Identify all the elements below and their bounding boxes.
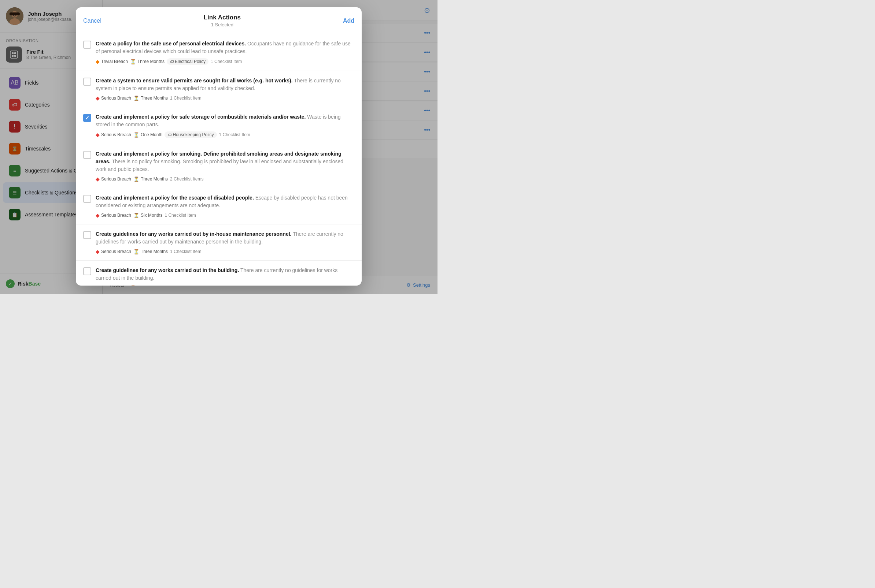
modal-header: Cancel Link Actions 1 Selected Add — [76, 8, 362, 34]
action-meta: ◆ Trivial Breach ⏳ Three Months 🏷 Electr… — [96, 58, 354, 65]
cancel-button[interactable]: Cancel — [83, 18, 102, 24]
severity-label: Trivial Breach — [101, 59, 128, 64]
timescale-badge: ⏳ Three Months — [130, 59, 164, 64]
tag-badge: 🏷 Housekeeping Policy — [164, 132, 216, 138]
checklist-count: 1 Checklist Item — [219, 132, 250, 137]
timescale-icon: ⏳ — [133, 177, 139, 182]
timescale-label: Six Months — [141, 213, 162, 218]
severity-label: Serious Breach — [101, 96, 131, 100]
severity-badge: ◆ Serious Breach — [96, 95, 131, 101]
checklist-count: 1 Checklist Item — [164, 213, 195, 218]
severity-label: Serious Breach — [101, 132, 131, 137]
action-title: Create and implement a policy for safe s… — [96, 113, 354, 129]
action-content: Create guidelines for any works carried … — [96, 267, 354, 286]
timescale-label: Three Months — [137, 59, 164, 64]
timescale-badge: ⏳ Three Months — [133, 177, 168, 182]
checklist-count: 1 Checklist Item — [170, 96, 201, 100]
action-content: Create and implement a policy for the es… — [96, 194, 354, 218]
severity-badge: ◆ Trivial Breach — [96, 285, 128, 286]
severity-badge: ◆ Serious Breach — [96, 132, 131, 138]
timescale-badge: ⏳ Three Months — [133, 249, 168, 255]
action-checkbox[interactable] — [83, 114, 91, 122]
action-checkbox[interactable] — [83, 231, 91, 239]
action-title: Create guidelines for any works carried … — [96, 267, 354, 282]
severity-icon: ◆ — [96, 249, 100, 255]
action-content: Create and implement a policy for smokin… — [96, 150, 354, 182]
modal-title-block: Link Actions 1 Selected — [204, 14, 241, 28]
timescale-badge: ⏳ Six Months — [133, 213, 162, 218]
timescale-icon: ⏳ — [130, 59, 136, 64]
timescale-icon: ⏳ — [130, 285, 136, 286]
action-title: Create a system to ensure valid permits … — [96, 77, 354, 92]
tag-badge: 🏷 Electrical Policy — [167, 58, 209, 65]
modal-title: Link Actions — [204, 14, 241, 21]
tag-label: Housekeeping Policy — [173, 132, 213, 137]
modal-subtitle: 1 Selected — [211, 22, 233, 27]
severity-label: Serious Breach — [101, 249, 131, 254]
timescale-icon: ⏳ — [133, 132, 139, 138]
action-title: Create and implement a policy for smokin… — [96, 150, 354, 173]
severity-badge: ◆ Serious Breach — [96, 176, 131, 182]
checklist-count: 1 Checklist Item — [211, 59, 242, 64]
severity-icon: ◆ — [96, 58, 100, 64]
severity-badge: ◆ Serious Breach — [96, 249, 131, 255]
action-item: Create and implement a policy for the es… — [76, 188, 362, 224]
tag-icon: 🏷 — [167, 132, 171, 137]
modal: Cancel Link Actions 1 Selected Add Creat… — [76, 8, 362, 286]
modal-body: Create a policy for the safe use of pers… — [76, 34, 362, 286]
checklist-count: 1 Checklist Item — [161, 285, 192, 286]
timescale-label: Three Months — [141, 177, 168, 182]
timescale-icon: ⏳ — [133, 96, 139, 101]
timescale-label: Six Months — [137, 285, 159, 286]
action-meta: ◆ Serious Breach ⏳ Three Months 2 Checkl… — [96, 176, 354, 182]
action-item: Create and implement a policy for safe s… — [76, 107, 362, 144]
action-item: Create a system to ensure valid permits … — [76, 71, 362, 107]
timescale-icon: ⏳ — [133, 213, 139, 218]
action-checkbox[interactable] — [83, 78, 91, 86]
action-title: Create and implement a policy for the es… — [96, 194, 354, 209]
severity-badge: ◆ Trivial Breach — [96, 58, 128, 64]
severity-icon: ◆ — [96, 212, 100, 218]
action-meta: ◆ Serious Breach ⏳ One Month 🏷 Housekeep… — [96, 132, 354, 138]
tag-label: Electrical Policy — [175, 59, 206, 64]
severity-label: Trivial Breach — [101, 285, 128, 286]
action-content: Create a system to ensure valid permits … — [96, 77, 354, 101]
severity-icon: ◆ — [96, 285, 100, 286]
timescale-badge: ⏳ Six Months — [130, 285, 159, 286]
severity-icon: ◆ — [96, 176, 100, 182]
tag-icon: 🏷 — [170, 59, 174, 64]
action-checkbox[interactable] — [83, 40, 91, 49]
action-meta: ◆ Serious Breach ⏳ Three Months 1 Checkl… — [96, 249, 354, 255]
modal-overlay: Cancel Link Actions 1 Selected Add Creat… — [0, 0, 438, 294]
action-checkbox[interactable] — [83, 151, 91, 159]
action-meta: ◆ Serious Breach ⏳ Three Months 1 Checkl… — [96, 95, 354, 101]
checklist-count: 2 Checklist Items — [170, 177, 203, 182]
severity-icon: ◆ — [96, 132, 100, 138]
timescale-badge: ⏳ Three Months — [133, 96, 168, 101]
action-item: Create and implement a policy for smokin… — [76, 144, 362, 188]
action-checkbox[interactable] — [83, 267, 91, 275]
checklist-count: 1 Checklist Item — [170, 249, 201, 254]
action-meta: ◆ Serious Breach ⏳ Six Months 1 Checklis… — [96, 212, 354, 218]
timescale-label: Three Months — [141, 249, 168, 254]
action-item: Create guidelines for any works carried … — [76, 261, 362, 286]
timescale-icon: ⏳ — [133, 249, 139, 255]
severity-label: Serious Breach — [101, 213, 131, 218]
action-item: Create guidelines for any works carried … — [76, 224, 362, 261]
action-content: Create and implement a policy for safe s… — [96, 113, 354, 138]
add-button[interactable]: Add — [343, 18, 354, 24]
action-meta: ◆ Trivial Breach ⏳ Six Months 1 Checklis… — [96, 285, 354, 286]
severity-icon: ◆ — [96, 95, 100, 101]
severity-badge: ◆ Serious Breach — [96, 212, 131, 218]
action-title: Create guidelines for any works carried … — [96, 230, 354, 246]
action-content: Create guidelines for any works carried … — [96, 230, 354, 255]
action-title: Create a policy for the safe use of pers… — [96, 40, 354, 55]
timescale-label: Three Months — [141, 96, 168, 100]
timescale-badge: ⏳ One Month — [133, 132, 162, 138]
severity-label: Serious Breach — [101, 177, 131, 182]
action-content: Create a policy for the safe use of pers… — [96, 40, 354, 65]
timescale-label: One Month — [141, 132, 162, 137]
action-checkbox[interactable] — [83, 195, 91, 203]
action-item: Create a policy for the safe use of pers… — [76, 34, 362, 71]
